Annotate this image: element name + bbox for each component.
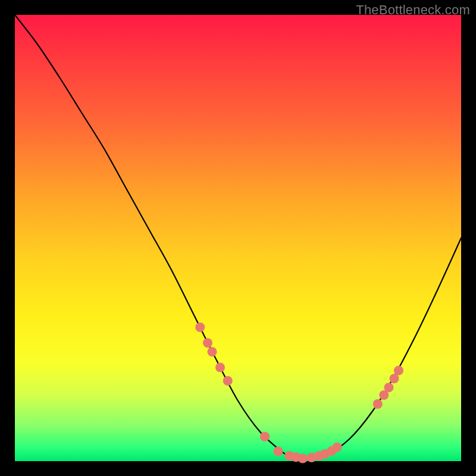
highlight-dot <box>384 383 394 392</box>
chart-svg <box>15 15 461 461</box>
highlight-dot <box>390 374 399 383</box>
highlight-dot <box>223 376 233 386</box>
highlight-dot <box>203 338 212 347</box>
highlight-dot <box>195 322 205 332</box>
highlight-dot <box>394 366 403 375</box>
highlight-dot <box>208 347 217 356</box>
highlight-dot <box>274 447 283 456</box>
chart-plot-area <box>15 15 461 461</box>
highlight-dot <box>333 443 342 452</box>
highlight-dot <box>260 432 270 441</box>
highlight-dot <box>298 454 308 464</box>
highlight-dot <box>373 399 383 409</box>
highlight-dot-group <box>195 322 403 464</box>
bottleneck-curve-path <box>15 15 461 459</box>
highlight-dot <box>215 363 225 372</box>
